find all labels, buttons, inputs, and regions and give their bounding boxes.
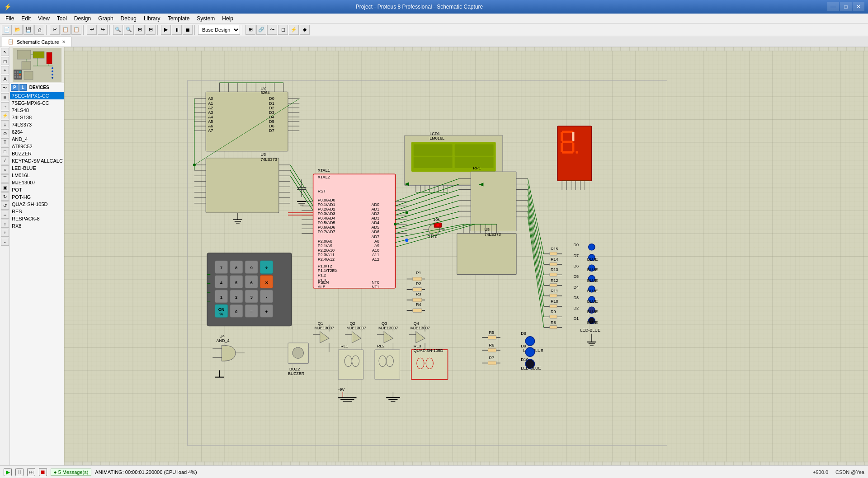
device-item-14[interactable]: POT-HG xyxy=(10,193,64,201)
tb-terminal[interactable]: ◆ xyxy=(300,25,310,35)
tb-zoom-in[interactable]: 🔍 xyxy=(113,25,123,35)
minimize-button[interactable]: — xyxy=(827,2,839,11)
lt-box[interactable]: □ xyxy=(1,147,9,155)
lt-bus[interactable]: ≡ xyxy=(1,93,9,101)
tb-grid[interactable]: ⊞ xyxy=(245,25,255,35)
close-button[interactable]: ✕ xyxy=(853,2,864,11)
menu-edit[interactable]: Edit xyxy=(18,14,34,23)
lt-power[interactable]: ⚡ xyxy=(1,111,9,119)
tb-wire[interactable]: 〜 xyxy=(267,25,277,35)
component-keypad[interactable]: 7 8 9 ÷ 4 5 6 ✕ 1 2 xyxy=(207,253,292,326)
svg-text:A5: A5 xyxy=(208,119,213,124)
lt-pin[interactable]: → xyxy=(1,102,9,110)
tb-zoom-all[interactable]: ⊟ xyxy=(146,25,156,35)
canvas-area[interactable]: U2 6264 A0 xyxy=(64,47,868,465)
lt-ground[interactable]: ⏚ xyxy=(1,120,9,128)
device-item-8[interactable]: BUZZER xyxy=(10,150,64,157)
component-U3[interactable]: U3 74LS373 xyxy=(194,152,290,224)
status-stop-button[interactable]: ⏹ xyxy=(39,468,47,476)
component-U2[interactable]: U2 6264 A0 xyxy=(194,83,299,151)
lt-rotate-cw[interactable]: ↻ xyxy=(1,192,9,201)
device-item-10[interactable]: LED-BLUE xyxy=(10,164,64,172)
tb-save[interactable]: 💾 xyxy=(24,25,33,35)
maximize-button[interactable]: □ xyxy=(840,2,852,11)
lt-line[interactable]: / xyxy=(1,156,9,164)
device-item-17[interactable]: RESPACK-8 xyxy=(10,215,64,222)
lt-probe[interactable]: ⊙ xyxy=(1,129,9,137)
menu-view[interactable]: View xyxy=(34,14,53,23)
device-item-2[interactable]: 74LS48 xyxy=(10,107,64,114)
menu-help[interactable]: Help xyxy=(218,14,237,23)
lt-rotate-ccw[interactable]: ↺ xyxy=(1,202,9,210)
status-pause-button[interactable]: ⏸ xyxy=(15,468,24,476)
svg-point-272 xyxy=(292,347,303,358)
status-step-button[interactable]: ⏭ xyxy=(27,468,35,476)
component-U1-mcu[interactable]: XTAL1 XTAL2 RST P0.0/AD0 P0.1/AD1 P0.2/A… xyxy=(302,168,406,289)
left-toolbar: ↖ ◻ + A 〜 ≡ → ⚡ ⏚ ⊙ T □ / ○ ⌒ ▣ ↻ ↺ ↔ ↕ … xyxy=(0,47,10,465)
tab-close-button[interactable]: ✕ xyxy=(62,39,66,44)
device-item-0[interactable]: 7SEG-MPX1-CC xyxy=(10,92,64,99)
tb-cut[interactable]: ✂ xyxy=(50,25,60,35)
menu-system[interactable]: System xyxy=(193,14,218,23)
lt-wire[interactable]: 〜 xyxy=(1,84,9,92)
tb-stop[interactable]: ⏹ xyxy=(183,25,193,35)
tab-schematic[interactable]: 📋 Schematic Capture ✕ xyxy=(2,37,71,47)
device-item-12[interactable]: MJE13007 xyxy=(10,179,64,186)
lt-junction[interactable]: + xyxy=(1,66,9,74)
svg-text:D7: D7 xyxy=(269,128,274,133)
tb-power[interactable]: ⚡ xyxy=(289,25,299,35)
lt-label[interactable]: A xyxy=(1,75,9,83)
sidebar-tab-l[interactable]: L xyxy=(19,84,27,91)
device-list: 7SEG-MPX1-CC 7SEG-MPX6-CC 74LS48 74LS138… xyxy=(10,92,64,465)
tb-pause[interactable]: ⏸ xyxy=(172,25,182,35)
tb-print[interactable]: 🖨 xyxy=(34,25,44,35)
tb-zoom-fit[interactable]: ⊞ xyxy=(135,25,145,35)
lt-arc[interactable]: ⌒ xyxy=(1,174,9,183)
window-controls[interactable]: — □ ✕ xyxy=(827,2,864,11)
menu-design[interactable]: Design xyxy=(71,14,94,23)
lt-flip-h[interactable]: ↔ xyxy=(1,211,9,219)
device-item-4[interactable]: 74LS373 xyxy=(10,121,64,128)
device-item-11[interactable]: LM016L xyxy=(10,172,64,179)
device-item-1[interactable]: 7SEG-MPX6-CC xyxy=(10,99,64,107)
lt-component[interactable]: ◻ xyxy=(1,57,9,65)
sidebar-tab-p[interactable]: P xyxy=(11,84,19,91)
lt-circle[interactable]: ○ xyxy=(1,165,9,173)
device-item-3[interactable]: 74LS138 xyxy=(10,114,64,121)
tb-component[interactable]: ◻ xyxy=(278,25,288,35)
device-item-16[interactable]: RES xyxy=(10,208,64,215)
lt-text[interactable]: T xyxy=(1,138,9,146)
device-item-7[interactable]: AT89C52 xyxy=(10,143,64,150)
component-7seg[interactable] xyxy=(557,126,592,190)
menu-graph[interactable]: Graph xyxy=(94,14,117,23)
lt-zoom-out[interactable]: - xyxy=(1,238,9,246)
tb-copy[interactable]: 📋 xyxy=(61,25,71,35)
device-item-6[interactable]: AND_4 xyxy=(10,136,64,143)
menu-template[interactable]: Template xyxy=(164,14,193,23)
tb-zoom-out[interactable]: 🔍 xyxy=(124,25,134,35)
lt-fill[interactable]: ▣ xyxy=(1,183,9,192)
device-item-15[interactable]: QUAZ-SH-105D xyxy=(10,201,64,208)
design-dropdown[interactable]: Base Design xyxy=(198,25,240,35)
status-play-button[interactable]: ▶ xyxy=(4,468,12,476)
lt-select[interactable]: ↖ xyxy=(1,48,9,56)
tb-paste[interactable]: 📋 xyxy=(71,25,81,35)
lt-flip-v[interactable]: ↕ xyxy=(1,220,9,228)
device-item-13[interactable]: POT xyxy=(10,186,64,193)
tb-new[interactable]: 📄 xyxy=(2,25,12,35)
device-item-5[interactable]: 6264 xyxy=(10,128,64,136)
menu-debug[interactable]: Debug xyxy=(117,14,140,23)
tb-run[interactable]: ▶ xyxy=(161,25,171,35)
menu-library[interactable]: Library xyxy=(140,14,164,23)
device-item-18[interactable]: RX8 xyxy=(10,222,64,230)
tb-snap[interactable]: 🔗 xyxy=(256,25,266,35)
toolbar: 📄 📂 💾 🖨 ✂ 📋 📋 ↩ ↪ 🔍 🔍 ⊞ ⊟ ▶ ⏸ ⏹ Base Des… xyxy=(0,23,868,36)
menu-file[interactable]: File xyxy=(2,14,18,23)
device-item-9[interactable]: KEYPAD-SMALLCALC xyxy=(10,157,64,164)
lt-zoom-in[interactable]: + xyxy=(1,229,9,237)
tb-open[interactable]: 📂 xyxy=(13,25,23,35)
tb-undo[interactable]: ↩ xyxy=(87,25,97,35)
menu-tool[interactable]: Tool xyxy=(53,14,71,23)
svg-text:D3: D3 xyxy=(269,110,274,115)
tb-redo[interactable]: ↪ xyxy=(98,25,108,35)
